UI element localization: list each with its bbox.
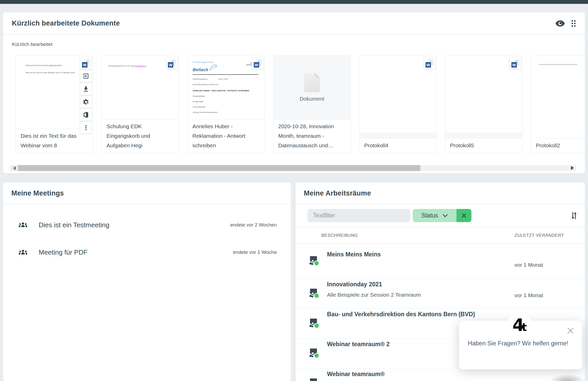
close-icon xyxy=(461,213,467,218)
status-dot xyxy=(314,353,319,358)
more-vertical-button[interactable] xyxy=(80,121,92,134)
preview-link: hegi@edk.ch xyxy=(135,65,146,67)
document-card[interactable]: Dieses Dokument wurde abgespeichert. Die… xyxy=(15,55,93,153)
status-dot xyxy=(314,293,319,298)
document-title: Annelies Huber - Reklamation - Antwort s… xyxy=(187,119,265,153)
4teamwork-logo: 4t xyxy=(508,311,531,335)
letter-rule xyxy=(193,74,258,75)
workspace-icon xyxy=(309,319,319,328)
chevron-down-icon xyxy=(442,214,448,217)
workspace-title[interactable]: Meins Meins Meins xyxy=(327,251,381,258)
section-label: Kürzlich bearbeitet xyxy=(12,42,52,47)
drag-indicator-icon[interactable] xyxy=(571,20,576,27)
workspace-icon xyxy=(309,348,319,358)
download-button[interactable] xyxy=(80,83,92,95)
word-file-icon: W xyxy=(509,57,521,69)
status-filter-dropdown[interactable]: Status xyxy=(413,209,456,222)
workspace-title[interactable]: Bau- und Verkehrsdirektion des Kantons B… xyxy=(327,311,475,318)
panel-title: Meine Arbeitsräume xyxy=(304,189,371,197)
word-file-icon: W xyxy=(423,57,435,69)
meeting-ended-label: endete vor 2 Wochen xyxy=(230,222,277,228)
document-cards-row: Dieses Dokument wurde abgespeichert. Die… xyxy=(15,55,585,153)
workspaces-filterbar: Status xyxy=(307,209,577,222)
document-card[interactable]: Protokoll4 W xyxy=(359,55,437,153)
workspace-modified: vor 1 Monat xyxy=(514,262,543,268)
letter-line: Ausgangslage xyxy=(193,95,260,97)
cards-horizontal-scrollbar[interactable] xyxy=(11,165,576,171)
column-header-modified: ZULETZT VERÄNDERT xyxy=(514,233,564,238)
workspace-title[interactable]: Webinar teamraum® 2 xyxy=(327,341,390,348)
document-preview xyxy=(531,56,585,138)
text-filter-input[interactable] xyxy=(307,209,410,222)
my-workspaces-header: Meine Arbeitsräume xyxy=(296,182,585,205)
my-meetings-panel: Meine Meetings Dies ist ein Testmeeting … xyxy=(3,182,291,381)
letterhead-org: Einwohnergemeinde xyxy=(193,61,217,63)
document-placeholder-icon xyxy=(305,73,320,92)
close-icon xyxy=(567,327,574,335)
workspaces-table-header: BESCHREIBUNG ZULETZT VERÄNDERT xyxy=(296,227,585,244)
workspace-title[interactable]: Innovationday 2021 xyxy=(327,281,382,288)
my-meetings-header: Meine Meetings xyxy=(3,182,291,205)
status-dot xyxy=(314,323,319,328)
status-filter-label: Status xyxy=(421,212,438,219)
panel-actions xyxy=(556,20,576,27)
workspace-icon xyxy=(309,256,319,266)
document-card[interactable]: Protokoll5 W xyxy=(445,55,522,153)
sort-arrows-icon xyxy=(571,212,577,220)
dashboard-screen: Kürzlich bearbeitete Dokumente Kürzlich … xyxy=(0,0,588,381)
top-bar xyxy=(0,0,588,4)
workspace-row[interactable]: Innovationday 2021 Alle Beispiele zur Se… xyxy=(296,279,585,309)
preview-text-line xyxy=(539,64,577,65)
recent-documents-panel: Kürzlich bearbeitete Dokumente Kürzlich … xyxy=(3,12,585,173)
office-button[interactable] xyxy=(80,109,92,121)
document-preview: Dokument xyxy=(273,56,350,119)
meetings-list: Dies ist ein Testmeeting endete vor 2 Wo… xyxy=(3,205,291,266)
meeting-ended-label: endete vor 1 Woche xyxy=(233,249,277,255)
document-card[interactable]: Protokoll2 W xyxy=(531,55,585,153)
sort-button[interactable] xyxy=(571,212,577,220)
preview-text: Übungsdokument für Urs Hegi xyxy=(108,65,135,67)
document-card[interactable]: Übungsdokument für Urs Hegi hegi@edk.ch … xyxy=(101,55,179,153)
workspace-row[interactable]: Webinar teamraum® xyxy=(296,368,585,381)
meeting-name[interactable]: Meeting für PDF xyxy=(39,248,233,256)
document-hover-toolbar: W xyxy=(80,57,92,134)
document-title: Protokoll2 xyxy=(531,138,585,153)
meeting-row[interactable]: Dies ist ein Testmeeting endete vor 2 Wo… xyxy=(3,211,291,239)
word-file-icon: W xyxy=(80,57,92,69)
status-dot xyxy=(314,261,319,266)
letter-line: Verhandlungen xyxy=(193,106,260,108)
word-file-icon: W xyxy=(166,57,178,69)
popup-close-button[interactable] xyxy=(567,327,574,336)
workspace-icon xyxy=(309,378,319,381)
settings-edit-button[interactable] xyxy=(80,96,92,108)
visibility-icon[interactable] xyxy=(556,20,565,27)
groups-icon xyxy=(18,249,28,256)
letter-line: Erstellungsdatum 06.01.2020 xyxy=(193,78,260,80)
letter-line: Behandlungsdatum (Wunsch) xyxy=(193,84,260,86)
column-header-description: BESCHREIBUNG xyxy=(321,233,358,238)
scroll-right-icon[interactable] xyxy=(571,166,574,170)
scroll-left-button[interactable] xyxy=(11,165,18,171)
scroll-left-icon xyxy=(13,166,16,170)
letterhead-name: Bellach xyxy=(193,68,208,72)
panel-title: Kürzlich bearbeitete Dokumente xyxy=(12,19,120,27)
workspace-subtitle: Alle Beispiele zur Session 2 Teamraum xyxy=(327,292,421,298)
open-document-button[interactable] xyxy=(80,70,92,82)
panel-title: Meine Meetings xyxy=(11,189,64,197)
help-popup: 4t Haben Sie Fragen? Wir helfen gerne! xyxy=(459,321,582,369)
scrollbar-thumb[interactable] xyxy=(18,165,420,171)
meeting-name[interactable]: Dies ist ein Testmeeting xyxy=(39,221,230,229)
workspace-row[interactable]: Meins Meins Meins vor 1 Monat xyxy=(296,244,585,279)
groups-icon xyxy=(18,221,28,229)
status-filter-chip: Status xyxy=(413,209,471,222)
document-title: 2020-10-28, Innovation Month, teamraum -… xyxy=(273,119,350,153)
meeting-row[interactable]: Meeting für PDF endete vor 1 Woche xyxy=(3,239,291,266)
status-filter-clear-button[interactable] xyxy=(456,209,471,222)
letter-line: ANNELIES HUBER - REKLAMATION - ANTWORT S… xyxy=(193,90,260,92)
workspace-title[interactable]: Webinar teamraum® xyxy=(327,371,385,378)
letterhead-logo-icon xyxy=(209,63,217,71)
document-card[interactable]: Dokument 2020-10-28, Innovation Month, t… xyxy=(273,55,351,153)
placeholder-label: Dokument xyxy=(300,96,324,102)
workspace-icon xyxy=(309,289,319,298)
document-card[interactable]: Einwohnergemeinde Bellach Erstellungsdat… xyxy=(187,55,265,153)
